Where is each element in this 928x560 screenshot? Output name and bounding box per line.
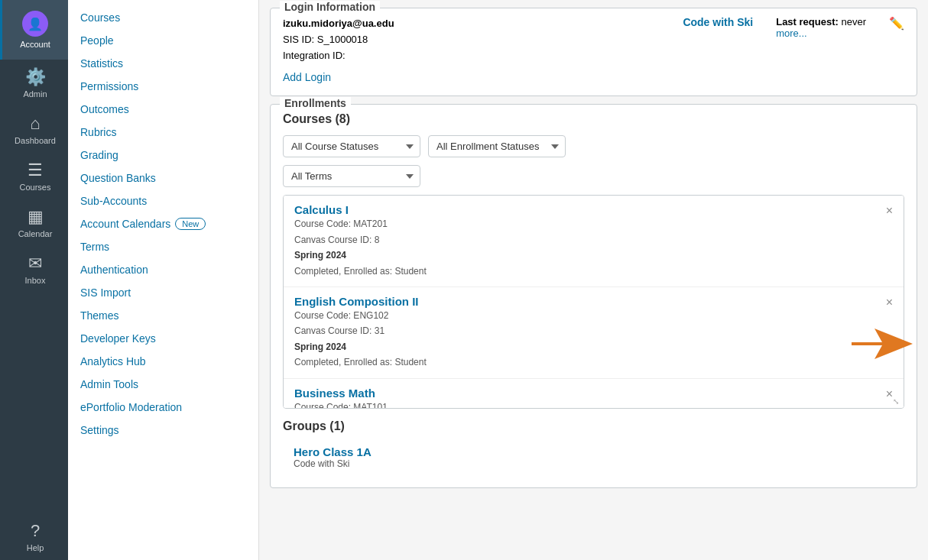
login-info-section: Login Information izuku.midoriya@ua.edu …	[270, 8, 917, 96]
group-name-hero[interactable]: Hero Class 1A	[294, 445, 372, 458]
course-meta-english: Course Code: ENG102 Canvas Course ID: 31…	[294, 308, 873, 371]
term-english: Spring 2024	[294, 342, 346, 352]
terms-filter[interactable]: All Terms Spring 2024 Fall 2023 Summer 2…	[283, 165, 420, 187]
inbox-icon: ✉	[28, 254, 42, 274]
sidebar-item-themes[interactable]: Themes	[68, 304, 258, 327]
login-info-left: izuku.midoriya@ua.edu SIS ID: S_1000018 …	[283, 16, 660, 63]
sidebar-item-statistics[interactable]: Statistics	[68, 52, 258, 75]
inbox-label: Inbox	[25, 276, 46, 285]
edit-icon[interactable]: ✏️	[889, 16, 904, 31]
add-login-link[interactable]: Add Login	[283, 71, 331, 83]
course-meta-calculus: Course Code: MAT201 Canvas Course ID: 8 …	[294, 216, 873, 279]
account-label: Account	[20, 40, 50, 49]
code-link-container: Code with Ski	[683, 16, 753, 28]
sidebar-item-grading[interactable]: Grading	[68, 144, 258, 167]
course-name-business-math[interactable]: Business Math	[294, 387, 375, 400]
nav-item-calendar[interactable]: ▦ Calendar	[0, 199, 68, 246]
enrollment-status-filter[interactable]: All Enrollment Statuses Active Invited R…	[428, 135, 566, 157]
sidebar-item-account-calendars[interactable]: Account Calendars	[80, 218, 170, 230]
nav-item-dashboard[interactable]: ⌂ Dashboard	[0, 106, 68, 153]
table-row: English Composition II Course Code: ENG1…	[284, 287, 904, 379]
sidebar-item-courses[interactable]: Courses	[68, 6, 258, 29]
new-badge: New	[175, 218, 206, 230]
sidebar-item-authentication[interactable]: Authentication	[68, 258, 258, 281]
sidebar-item-question-banks[interactable]: Question Banks	[68, 167, 258, 189]
login-info-legend: Login Information	[280, 1, 380, 13]
course-code-calculus: Course Code: MAT201	[294, 218, 388, 229]
nav-item-admin[interactable]: ⚙️ Admin	[0, 60, 68, 106]
table-row: Calculus I Course Code: MAT201 Canvas Co…	[284, 196, 904, 287]
dashboard-label: Dashboard	[15, 136, 56, 145]
canvas-id-calculus: Canvas Course ID: 8	[294, 235, 379, 245]
sidebar-item-developer-keys[interactable]: Developer Keys	[68, 327, 258, 350]
secondary-sidebar: Courses People Statistics Permissions Ou…	[68, 0, 259, 560]
icon-nav: 👤 Account ⚙️ Admin ⌂ Dashboard ☰ Courses…	[0, 0, 68, 560]
dashboard-icon: ⌂	[30, 114, 40, 134]
last-request-container: Last request: never more...	[776, 16, 866, 39]
remove-calculus-button[interactable]: ×	[886, 205, 893, 217]
sidebar-item-people[interactable]: People	[68, 29, 258, 52]
table-row: Business Math Course Code: MAT101 Canvas…	[284, 379, 904, 409]
sidebar-account-calendars-row: Account Calendars New	[68, 212, 258, 235]
courses-header: Courses (8)	[283, 112, 904, 126]
course-name-english[interactable]: English Composition II	[294, 295, 419, 308]
list-item: Hero Class 1A Code with Ski	[283, 439, 904, 475]
sidebar-item-terms[interactable]: Terms	[68, 235, 258, 258]
email-display: izuku.midoriya@ua.edu	[283, 18, 394, 29]
help-label: Help	[27, 543, 44, 552]
sidebar-item-rubrics[interactable]: Rubrics	[68, 121, 258, 144]
canvas-id-english: Canvas Course ID: 31	[294, 325, 385, 336]
code-with-ski-link[interactable]: Code with Ski	[683, 16, 753, 28]
login-info-row: izuku.midoriya@ua.edu SIS ID: S_1000018 …	[283, 16, 904, 63]
sidebar-item-settings[interactable]: Settings	[68, 419, 258, 442]
status-english: Completed, Enrolled as: Student	[294, 357, 427, 367]
last-request-value: never	[841, 16, 866, 28]
status-calculus: Completed, Enrolled as: Student	[294, 266, 427, 277]
sis-id-display: SIS ID: S_1000018	[283, 32, 660, 48]
nav-item-help[interactable]: ? Help	[0, 513, 68, 560]
remove-english-button[interactable]: ×	[886, 296, 893, 309]
svg-marker-0	[852, 329, 913, 359]
integration-id-display: Integration ID:	[283, 48, 660, 64]
courses-label: Courses	[20, 183, 51, 192]
term-calculus: Spring 2024	[294, 250, 346, 261]
enrollments-section: Enrollments Courses (8) All Course Statu…	[270, 104, 917, 488]
remove-business-math-button[interactable]: ×	[886, 388, 893, 400]
courses-icon: ☰	[28, 160, 43, 180]
course-code-english: Course Code: ENG102	[294, 310, 388, 321]
filters-row: All Course Statuses Active Completed Unp…	[283, 135, 904, 157]
nav-item-account[interactable]: 👤 Account	[0, 0, 68, 60]
account-icon: 👤	[22, 11, 48, 37]
calendar-icon: ▦	[28, 207, 44, 227]
sidebar-item-permissions[interactable]: Permissions	[68, 75, 258, 98]
admin-icon: ⚙️	[25, 67, 46, 87]
course-status-filter[interactable]: All Course Statuses Active Completed Unp…	[283, 135, 420, 157]
sidebar-item-admin-tools[interactable]: Admin Tools	[68, 373, 258, 396]
admin-label: Admin	[23, 89, 47, 99]
resize-handle[interactable]: ⤡	[893, 397, 902, 406]
group-meta-hero: Code with Ski	[294, 458, 894, 469]
sidebar-item-sub-accounts[interactable]: Sub-Accounts	[68, 189, 258, 212]
sidebar-item-analytics-hub[interactable]: Analytics Hub	[68, 350, 258, 373]
course-meta-business-math: Course Code: MAT101 Canvas Course ID: 7 …	[294, 400, 873, 409]
nav-item-inbox[interactable]: ✉ Inbox	[0, 246, 68, 293]
course-list: Calculus I Course Code: MAT201 Canvas Co…	[283, 195, 904, 409]
sidebar-item-outcomes[interactable]: Outcomes	[68, 98, 258, 121]
orange-arrow-annotation	[852, 329, 913, 361]
terms-filter-row: All Terms Spring 2024 Fall 2023 Summer 2…	[283, 165, 904, 187]
sidebar-item-eportfolio-moderation[interactable]: ePortfolio Moderation	[68, 396, 258, 419]
calendar-label: Calendar	[18, 229, 53, 238]
sidebar-item-sis-import[interactable]: SIS Import	[68, 281, 258, 304]
help-icon: ?	[31, 521, 40, 541]
enrollments-legend: Enrollments	[280, 97, 351, 109]
more-link[interactable]: more...	[776, 28, 806, 39]
main-content: Login Information izuku.midoriya@ua.edu …	[259, 0, 928, 560]
nav-item-courses[interactable]: ☰ Courses	[0, 153, 68, 199]
course-code-business-math: Course Code: MAT101	[294, 402, 388, 409]
groups-header: Groups (1)	[283, 419, 904, 433]
course-name-calculus[interactable]: Calculus I	[294, 203, 349, 216]
last-request-label: Last request:	[776, 16, 839, 28]
